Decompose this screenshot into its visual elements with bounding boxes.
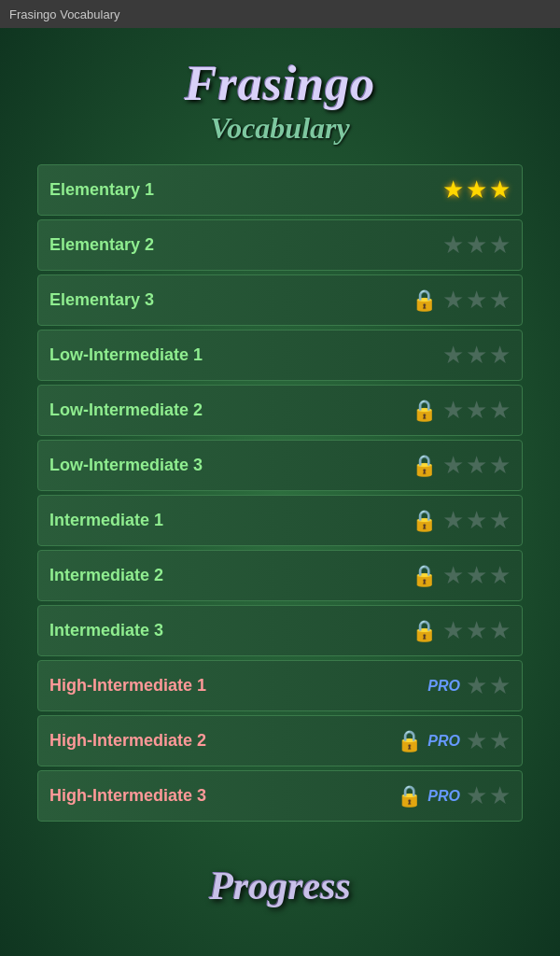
title-bar-text: Frasingo Vocabulary [9,7,120,21]
app-header: Frasingo Vocabulary [0,28,560,164]
stars-low-intermediate-1: ★★★ [442,341,511,370]
star-3-intermediate-3: ★ [489,616,511,645]
star-1-low-intermediate-1: ★ [442,341,464,370]
progress-button[interactable]: Progress [0,850,560,922]
level-row-elementary-1[interactable]: Elementary 1★★★ [37,164,523,216]
level-name-elementary-2: Elementary 2 [49,235,442,255]
app-container: Frasingo Vocabulary Elementary 1★★★Eleme… [0,28,560,956]
level-row-intermediate-3[interactable]: Intermediate 3🔒★★★ [37,605,523,656]
stars-elementary-2: ★★★ [442,231,511,260]
level-name-intermediate-2: Intermediate 2 [49,566,412,585]
level-name-high-intermediate-2: High-Intermediate 2 [49,731,397,751]
star-1-intermediate-3: ★ [442,616,464,645]
title-bar: Frasingo Vocabulary [0,0,560,28]
progress-label[interactable]: Progress [209,865,351,907]
star-1-intermediate-1: ★ [442,506,464,535]
stars-low-intermediate-2: ★★★ [442,396,511,425]
lock-icon-intermediate-1: 🔒 [412,509,437,533]
star-3-low-intermediate-2: ★ [489,396,511,425]
level-row-high-intermediate-3[interactable]: High-Intermediate 3🔒PRO★★ [37,770,523,822]
level-name-low-intermediate-2: Low-Intermediate 2 [49,401,412,420]
pro-badge-high-intermediate-1: PRO [427,678,460,695]
star-1-high-intermediate-2: ★ [466,726,487,755]
level-name-low-intermediate-3: Low-Intermediate 3 [49,456,412,475]
star-3-elementary-2: ★ [489,231,511,260]
star-2-low-intermediate-3: ★ [466,451,487,480]
star-1-elementary-2: ★ [442,231,464,260]
level-row-low-intermediate-3[interactable]: Low-Intermediate 3🔒★★★ [37,440,523,491]
star-1-high-intermediate-1: ★ [466,671,487,700]
star-2-intermediate-2: ★ [466,561,487,590]
star-2-intermediate-1: ★ [466,506,487,535]
star-1-low-intermediate-3: ★ [442,451,464,480]
star-3-elementary-3: ★ [489,286,511,315]
star-2-high-intermediate-1: ★ [489,671,511,700]
lock-icon-high-intermediate-3: 🔒 [397,784,422,808]
stars-intermediate-2: ★★★ [442,561,511,590]
star-3-low-intermediate-1: ★ [489,341,511,370]
star-3-intermediate-1: ★ [489,506,511,535]
pro-badge-high-intermediate-3: PRO [427,788,460,805]
star-1-elementary-1: ★ [442,176,464,204]
star-3-intermediate-2: ★ [489,561,511,590]
level-row-intermediate-1[interactable]: Intermediate 1🔒★★★ [37,495,523,546]
app-title-sub: Vocabulary [19,111,541,146]
level-name-high-intermediate-1: High-Intermediate 1 [49,676,427,696]
app-title-main: Frasingo [19,56,541,111]
level-name-intermediate-3: Intermediate 3 [49,621,412,640]
stars-high-intermediate-2: ★★ [466,726,511,755]
stars-elementary-3: ★★★ [442,286,511,315]
lock-icon-intermediate-3: 🔒 [412,619,437,643]
level-row-high-intermediate-2[interactable]: High-Intermediate 2🔒PRO★★ [37,715,523,766]
stars-intermediate-3: ★★★ [442,616,511,645]
level-row-intermediate-2[interactable]: Intermediate 2🔒★★★ [37,550,523,601]
level-name-high-intermediate-3: High-Intermediate 3 [49,786,397,806]
lock-icon-high-intermediate-2: 🔒 [397,729,422,753]
level-row-low-intermediate-2[interactable]: Low-Intermediate 2🔒★★★ [37,385,523,436]
level-row-elementary-2[interactable]: Elementary 2★★★ [37,219,523,271]
stars-high-intermediate-3: ★★ [466,781,511,810]
lock-icon-intermediate-2: 🔒 [412,564,437,588]
level-name-low-intermediate-1: Low-Intermediate 1 [49,345,442,365]
stars-low-intermediate-3: ★★★ [442,451,511,480]
star-2-low-intermediate-2: ★ [466,396,487,425]
star-2-elementary-2: ★ [466,231,487,260]
level-row-high-intermediate-1[interactable]: High-Intermediate 1PRO★★ [37,660,523,711]
stars-high-intermediate-1: ★★ [466,671,511,700]
star-1-elementary-3: ★ [442,286,464,315]
star-2-high-intermediate-3: ★ [489,781,511,810]
level-row-low-intermediate-1[interactable]: Low-Intermediate 1★★★ [37,330,523,381]
star-2-elementary-3: ★ [466,286,487,315]
star-2-high-intermediate-2: ★ [489,726,511,755]
lock-icon-low-intermediate-2: 🔒 [412,399,437,423]
stars-elementary-1: ★★★ [442,176,511,204]
level-name-elementary-1: Elementary 1 [49,180,442,200]
star-2-elementary-1: ★ [466,176,487,204]
star-1-high-intermediate-3: ★ [466,781,487,810]
star-3-low-intermediate-3: ★ [489,451,511,480]
level-name-elementary-3: Elementary 3 [49,290,412,310]
star-3-elementary-1: ★ [489,176,511,204]
level-name-intermediate-1: Intermediate 1 [49,511,412,530]
lock-icon-elementary-3: 🔒 [412,288,437,313]
stars-intermediate-1: ★★★ [442,506,511,535]
star-2-intermediate-3: ★ [466,616,487,645]
star-2-low-intermediate-1: ★ [466,341,487,370]
level-row-elementary-3[interactable]: Elementary 3🔒★★★ [37,274,523,326]
levels-list: Elementary 1★★★Elementary 2★★★Elementary… [0,164,560,822]
pro-badge-high-intermediate-2: PRO [427,733,460,750]
star-1-low-intermediate-2: ★ [442,396,464,425]
lock-icon-low-intermediate-3: 🔒 [412,454,437,478]
star-1-intermediate-2: ★ [442,561,464,590]
